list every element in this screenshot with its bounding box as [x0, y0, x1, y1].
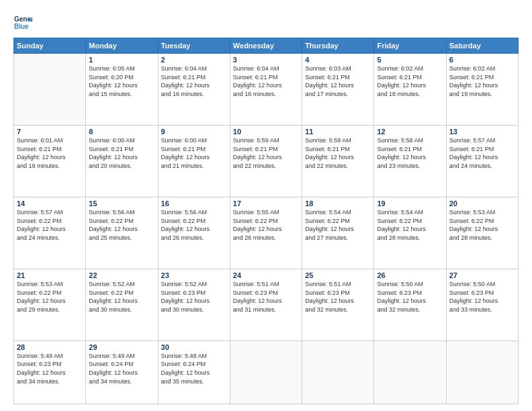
col-header-friday: Friday — [374, 38, 446, 54]
calendar-cell: 2Sunrise: 6:04 AMSunset: 6:21 PMDaylight… — [158, 54, 230, 126]
day-info: Sunrise: 5:59 AMSunset: 6:21 PMDaylight:… — [233, 136, 299, 170]
calendar-cell: 16Sunrise: 5:56 AMSunset: 6:22 PMDayligh… — [158, 197, 230, 269]
day-number: 10 — [233, 128, 299, 136]
day-info: Sunrise: 6:01 AMSunset: 6:21 PMDaylight:… — [17, 136, 83, 170]
day-info: Sunrise: 5:50 AMSunset: 6:23 PMDaylight:… — [377, 280, 443, 314]
day-info: Sunrise: 6:04 AMSunset: 6:21 PMDaylight:… — [233, 64, 299, 98]
day-info: Sunrise: 5:59 AMSunset: 6:21 PMDaylight:… — [305, 136, 371, 170]
calendar-cell: 4Sunrise: 6:03 AMSunset: 6:21 PMDaylight… — [302, 54, 374, 126]
calendar-cell: 21Sunrise: 5:53 AMSunset: 6:22 PMDayligh… — [14, 269, 86, 340]
day-number: 12 — [377, 128, 443, 136]
day-info: Sunrise: 6:00 AMSunset: 6:21 PMDaylight:… — [89, 136, 154, 170]
calendar-cell: 24Sunrise: 5:51 AMSunset: 6:23 PMDayligh… — [230, 269, 302, 340]
day-number: 28 — [17, 343, 83, 351]
calendar-cell: 20Sunrise: 5:53 AMSunset: 6:22 PMDayligh… — [446, 197, 518, 269]
calendar-cell: 26Sunrise: 5:50 AMSunset: 6:23 PMDayligh… — [374, 269, 446, 340]
day-info: Sunrise: 5:52 AMSunset: 6:22 PMDaylight:… — [89, 280, 154, 314]
logo-icon: General Blue — [13, 12, 32, 31]
col-header-saturday: Saturday — [446, 38, 518, 54]
day-number: 16 — [161, 199, 227, 208]
calendar-cell: 12Sunrise: 5:58 AMSunset: 6:21 PMDayligh… — [374, 125, 446, 197]
col-header-sunday: Sunday — [14, 38, 86, 54]
calendar-cell: 6Sunrise: 6:02 AMSunset: 6:21 PMDaylight… — [446, 54, 518, 126]
day-info: Sunrise: 5:49 AMSunset: 6:23 PMDaylight:… — [17, 352, 83, 385]
day-info: Sunrise: 6:04 AMSunset: 6:21 PMDaylight:… — [161, 64, 227, 98]
day-info: Sunrise: 5:53 AMSunset: 6:22 PMDaylight:… — [449, 208, 515, 242]
calendar-cell: 1Sunrise: 6:05 AMSunset: 6:20 PMDaylight… — [86, 54, 158, 126]
page: General Blue SundayMondayTuesdayWednesda… — [0, 0, 532, 411]
calendar-cell: 15Sunrise: 5:56 AMSunset: 6:22 PMDayligh… — [86, 197, 158, 269]
day-info: Sunrise: 5:55 AMSunset: 6:22 PMDaylight:… — [233, 208, 299, 242]
day-info: Sunrise: 5:57 AMSunset: 6:22 PMDaylight:… — [17, 208, 83, 242]
calendar-cell: 7Sunrise: 6:01 AMSunset: 6:21 PMDaylight… — [14, 125, 86, 197]
calendar-cell: 30Sunrise: 5:48 AMSunset: 6:24 PMDayligh… — [158, 340, 230, 404]
logo: General Blue — [13, 12, 35, 31]
day-info: Sunrise: 5:51 AMSunset: 6:23 PMDaylight:… — [305, 280, 371, 314]
calendar-cell: 28Sunrise: 5:49 AMSunset: 6:23 PMDayligh… — [14, 340, 86, 404]
day-info: Sunrise: 5:54 AMSunset: 6:22 PMDaylight:… — [377, 208, 443, 242]
day-info: Sunrise: 6:00 AMSunset: 6:21 PMDaylight:… — [161, 136, 227, 170]
calendar-cell: 17Sunrise: 5:55 AMSunset: 6:22 PMDayligh… — [230, 197, 302, 269]
day-info: Sunrise: 5:56 AMSunset: 6:22 PMDaylight:… — [161, 208, 227, 242]
day-info: Sunrise: 5:56 AMSunset: 6:22 PMDaylight:… — [89, 208, 154, 242]
calendar-cell: 10Sunrise: 5:59 AMSunset: 6:21 PMDayligh… — [230, 125, 302, 197]
day-number: 3 — [233, 56, 299, 64]
calendar-cell: 13Sunrise: 5:57 AMSunset: 6:21 PMDayligh… — [446, 125, 518, 197]
calendar-cell: 11Sunrise: 5:59 AMSunset: 6:21 PMDayligh… — [302, 125, 374, 197]
day-number: 26 — [377, 271, 443, 279]
col-header-tuesday: Tuesday — [158, 38, 230, 54]
day-info: Sunrise: 5:57 AMSunset: 6:21 PMDaylight:… — [449, 136, 515, 170]
day-info: Sunrise: 6:02 AMSunset: 6:21 PMDaylight:… — [377, 64, 443, 98]
calendar-cell: 19Sunrise: 5:54 AMSunset: 6:22 PMDayligh… — [374, 197, 446, 269]
day-info: Sunrise: 6:03 AMSunset: 6:21 PMDaylight:… — [305, 64, 371, 98]
day-number: 14 — [17, 199, 83, 208]
calendar-cell: 9Sunrise: 6:00 AMSunset: 6:21 PMDaylight… — [158, 125, 230, 197]
svg-text:Blue: Blue — [14, 23, 29, 30]
day-number: 6 — [449, 56, 515, 64]
day-number: 15 — [89, 199, 154, 208]
day-number: 17 — [233, 199, 299, 208]
day-number: 1 — [89, 56, 154, 64]
day-number: 19 — [377, 199, 443, 208]
day-info: Sunrise: 6:02 AMSunset: 6:21 PMDaylight:… — [449, 64, 515, 98]
day-info: Sunrise: 5:54 AMSunset: 6:22 PMDaylight:… — [305, 208, 371, 242]
calendar-cell — [302, 340, 374, 404]
day-number: 29 — [89, 343, 154, 351]
calendar-cell: 27Sunrise: 5:50 AMSunset: 6:23 PMDayligh… — [446, 269, 518, 340]
calendar-cell: 22Sunrise: 5:52 AMSunset: 6:22 PMDayligh… — [86, 269, 158, 340]
day-number: 24 — [233, 271, 299, 279]
day-info: Sunrise: 5:49 AMSunset: 6:24 PMDaylight:… — [89, 352, 154, 385]
day-number: 30 — [161, 343, 227, 351]
calendar-cell — [230, 340, 302, 404]
calendar-cell: 18Sunrise: 5:54 AMSunset: 6:22 PMDayligh… — [302, 197, 374, 269]
day-number: 4 — [305, 56, 371, 64]
header: General Blue — [13, 12, 519, 31]
day-number: 27 — [449, 271, 515, 279]
day-number: 21 — [17, 271, 83, 279]
day-info: Sunrise: 5:52 AMSunset: 6:23 PMDaylight:… — [161, 280, 227, 314]
day-number: 11 — [305, 128, 371, 136]
calendar-cell: 3Sunrise: 6:04 AMSunset: 6:21 PMDaylight… — [230, 54, 302, 126]
day-number: 23 — [161, 271, 227, 279]
calendar-cell: 29Sunrise: 5:49 AMSunset: 6:24 PMDayligh… — [86, 340, 158, 404]
calendar-cell — [14, 54, 86, 126]
col-header-thursday: Thursday — [302, 38, 374, 54]
day-info: Sunrise: 5:51 AMSunset: 6:23 PMDaylight:… — [233, 280, 299, 314]
day-number: 13 — [449, 128, 515, 136]
day-number: 8 — [89, 128, 154, 136]
day-number: 9 — [161, 128, 227, 136]
day-number: 18 — [305, 199, 371, 208]
day-number: 2 — [161, 56, 227, 64]
day-number: 5 — [377, 56, 443, 64]
day-number: 20 — [449, 199, 515, 208]
day-info: Sunrise: 5:53 AMSunset: 6:22 PMDaylight:… — [17, 280, 83, 314]
day-info: Sunrise: 5:50 AMSunset: 6:23 PMDaylight:… — [449, 280, 515, 314]
col-header-wednesday: Wednesday — [230, 38, 302, 54]
calendar-cell: 14Sunrise: 5:57 AMSunset: 6:22 PMDayligh… — [14, 197, 86, 269]
day-number: 25 — [305, 271, 371, 279]
day-number: 22 — [89, 271, 154, 279]
calendar-cell: 25Sunrise: 5:51 AMSunset: 6:23 PMDayligh… — [302, 269, 374, 340]
day-info: Sunrise: 6:05 AMSunset: 6:20 PMDaylight:… — [89, 64, 154, 98]
day-info: Sunrise: 5:48 AMSunset: 6:24 PMDaylight:… — [161, 352, 227, 385]
calendar-cell: 23Sunrise: 5:52 AMSunset: 6:23 PMDayligh… — [158, 269, 230, 340]
